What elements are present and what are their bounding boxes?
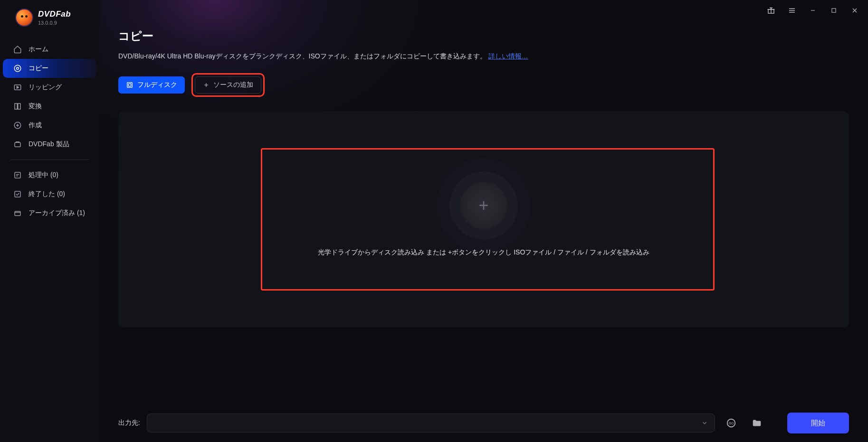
ripping-icon [13,83,22,92]
svg-rect-3 [15,103,17,109]
add-source-label: ソースの追加 [213,81,253,89]
add-source-highlight: ソースの追加 [191,73,265,97]
start-button[interactable]: 開始 [787,413,849,433]
svg-rect-8 [15,191,20,197]
logo-icon [15,9,33,27]
sidebar-item-archived[interactable]: アーカイブ済み (1) [3,204,96,223]
nav-secondary: 処理中 (0) 終了した (0) アーカイブ済み (1) [0,166,99,223]
titlebar [99,0,868,21]
output-label: 出力先: [118,419,140,427]
sidebar-item-label: コピー [29,64,48,73]
products-icon [13,140,22,149]
full-disc-button[interactable]: フルディスク [118,76,185,94]
sidebar-item-label: DVDFab 製品 [29,140,69,149]
svg-rect-4 [18,103,20,109]
sidebar-item-finished[interactable]: 終了した (0) [3,185,96,204]
svg-rect-13 [128,84,131,86]
sidebar-item-label: 変換 [29,102,42,111]
sidebar-item-products[interactable]: DVDFab 製品 [3,135,96,154]
sidebar-item-label: アーカイブ済み (1) [29,209,85,217]
svg-rect-9 [15,211,20,216]
logo-area: DVDFab 13.0.0.9 [0,9,99,40]
sidebar-item-label: 終了した (0) [29,190,65,198]
svg-rect-6 [15,142,20,147]
copy-icon [13,64,22,73]
brand-name: DVDFab [38,9,71,19]
add-button-circle[interactable]: + [460,182,507,229]
sidebar-item-create[interactable]: 作成 [3,116,96,135]
sidebar-item-label: 処理中 (0) [29,171,58,179]
svg-point-1 [17,67,19,70]
archived-icon [13,209,22,217]
disc-mode-icon [126,81,134,89]
svg-rect-12 [127,83,133,88]
close-button[interactable] [848,4,861,17]
home-icon [13,45,22,54]
plus-icon [203,82,210,88]
minimize-button[interactable] [806,4,820,17]
output-destination-select[interactable] [147,414,715,433]
footer: 出力先: ISO 開始 [99,413,868,433]
add-source-button[interactable]: ソースの追加 [195,76,261,94]
svg-text:ISO: ISO [728,422,734,425]
iso-output-button[interactable]: ISO [722,414,741,433]
maximize-button[interactable] [827,4,840,17]
sidebar-item-processing[interactable]: 処理中 (0) [3,166,96,185]
finished-icon [13,190,22,198]
full-disc-label: フルディスク [137,81,177,89]
nav-primary: ホーム コピー リッピング 変換 [0,40,99,154]
page-header: コピー DVD/Blu-ray/4K Ultra HD Blu-rayディスクを… [99,21,868,97]
plus-icon: + [478,196,488,216]
nav-divider [10,160,89,160]
convert-icon [13,102,22,111]
page-title: コピー [118,28,849,44]
version-label: 13.0.0.9 [38,20,71,26]
main-panel: コピー DVD/Blu-ray/4K Ultra HD Blu-rayディスクを… [99,0,868,442]
page-description: DVD/Blu-ray/4K Ultra HD Blu-rayディスクをブランク… [118,52,849,61]
sidebar-item-home[interactable]: ホーム [3,40,96,59]
svg-point-0 [14,65,21,72]
toolbar: フルディスク ソースの追加 [118,73,849,97]
gift-icon[interactable] [764,4,778,17]
sidebar-item-label: リッピング [29,83,62,92]
processing-icon [13,171,22,179]
sidebar-item-copy[interactable]: コピー [3,59,96,78]
folder-output-button[interactable] [747,414,766,433]
sidebar-item-convert[interactable]: 変換 [3,97,96,116]
drop-area[interactable]: + 光学ドライブからディスク読み込み または +ボタンをクリックし ISOファイ… [118,111,849,328]
sidebar-item-label: 作成 [29,121,42,130]
sidebar-item-label: ホーム [29,45,48,54]
sidebar: DVDFab 13.0.0.9 ホーム コピー リッピン [0,0,99,442]
svg-rect-7 [15,172,20,178]
chevron-down-icon [701,420,708,426]
svg-rect-11 [832,9,836,12]
menu-icon[interactable] [785,4,799,17]
more-info-link[interactable]: 詳しい情報… [488,52,528,60]
drop-instructions: 光学ドライブからディスク読み込み または +ボタンをクリックし ISOファイル … [318,248,649,257]
create-icon [13,121,22,130]
sidebar-item-ripping[interactable]: リッピング [3,78,96,97]
